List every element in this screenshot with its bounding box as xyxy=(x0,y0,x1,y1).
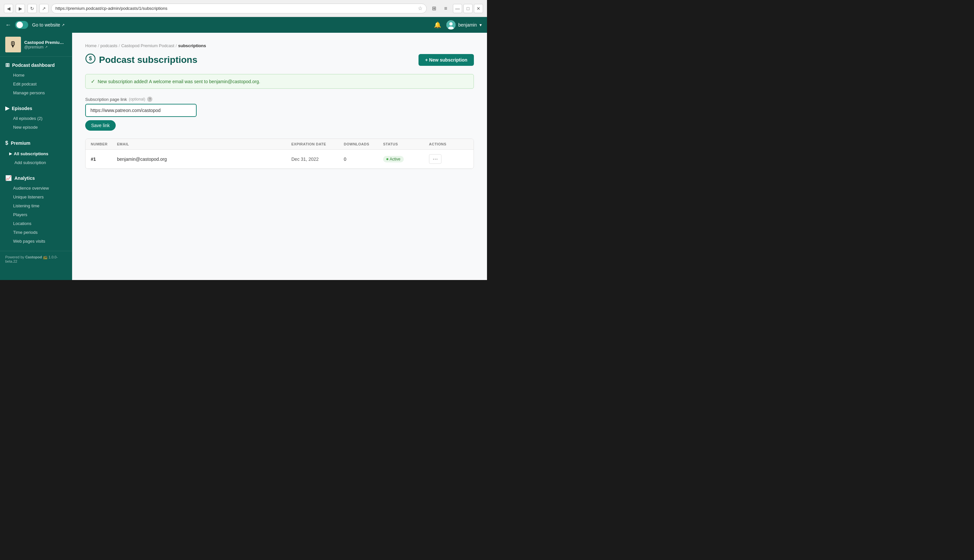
page-title-icon: $ xyxy=(85,53,96,66)
sidebar-item-all-episodes[interactable]: All episodes (2) xyxy=(0,114,72,123)
col-number: NUMBER xyxy=(91,142,117,146)
success-banner: ✓ New subscription added! A welcome emai… xyxy=(85,74,474,89)
help-icon[interactable]: ? xyxy=(147,97,152,102)
cell-expiration: Dec 31, 2022 xyxy=(291,157,344,162)
window-controls: — □ ✕ xyxy=(453,4,483,13)
sidebar-item-home[interactable]: Home xyxy=(0,71,72,80)
cell-actions[interactable]: ⋯ xyxy=(429,154,468,164)
episodes-icon: ▶ xyxy=(5,105,9,111)
library-icon[interactable]: ⊞ xyxy=(429,4,438,13)
page-header: $ Podcast subscriptions + New subscripti… xyxy=(85,53,474,66)
dashboard-icon: ⊞ xyxy=(5,62,10,68)
close-button[interactable]: ✕ xyxy=(474,4,483,13)
table-header: NUMBER EMAIL EXPIRATION DATE DOWNLOADS S… xyxy=(85,139,474,150)
breadcrumb-current: subscriptions xyxy=(178,43,206,48)
breadcrumb-home[interactable]: Home xyxy=(85,43,97,48)
subscription-link-input[interactable] xyxy=(85,104,197,117)
podcast-header[interactable]: 🎙 Castopod Premium Po... @premium ↗ xyxy=(0,33,72,57)
username-label: benjamin xyxy=(458,22,477,28)
podcast-external-icon: ↗ xyxy=(45,45,47,49)
maximize-button[interactable]: □ xyxy=(463,4,473,13)
content-area: Home / podcasts / Castopod Premium Podca… xyxy=(72,33,487,280)
podcast-info: Castopod Premium Po... @premium ↗ xyxy=(24,40,67,50)
breadcrumb-podcast-name[interactable]: Castopod Premium Podcast xyxy=(121,43,174,48)
app-container: ← Go to website ↗ 🔔 benjamin ▾ xyxy=(0,17,487,280)
page-title: $ Podcast subscriptions xyxy=(85,53,197,66)
sidebar-item-unique-listeners[interactable]: Unique listeners xyxy=(0,193,72,202)
user-menu[interactable]: benjamin ▾ xyxy=(446,20,482,30)
sidebar-section-analytics: 📈 Analytics Audience overview Unique lis… xyxy=(0,170,72,248)
sidebar-item-edit-podcast[interactable]: Edit podcast xyxy=(0,80,72,88)
sidebar-item-players[interactable]: Players xyxy=(0,210,72,219)
chevron-down-icon: ▾ xyxy=(479,22,482,28)
cell-downloads: 0 xyxy=(344,157,383,162)
browser-chrome: ◀ ▶ ↻ ↗ https://premium.podcast/cp-admin… xyxy=(0,0,487,17)
podcast-name: Castopod Premium Po... xyxy=(24,40,67,45)
subscription-link-section: Subscription page link (optional) ? Save… xyxy=(85,97,474,131)
forward-button[interactable]: ▶ xyxy=(16,4,25,13)
share-button[interactable]: ↗ xyxy=(39,4,48,13)
analytics-icon: 📈 xyxy=(5,175,12,181)
sidebar-item-listening-time[interactable]: Listening time xyxy=(0,202,72,210)
sidebar-item-new-episode[interactable]: New episode xyxy=(0,123,72,132)
sidebar-item-locations[interactable]: Locations xyxy=(0,219,72,228)
sidebar-section-header-premium[interactable]: $ Premium xyxy=(0,137,72,149)
notification-bell-icon[interactable]: 🔔 xyxy=(434,21,441,28)
top-bar: ← Go to website ↗ 🔔 benjamin ▾ xyxy=(0,17,487,33)
actions-dropdown-button[interactable]: ⋯ xyxy=(429,154,441,164)
col-expiration: EXPIRATION DATE xyxy=(291,142,344,146)
cell-number: #1 xyxy=(91,157,117,162)
sidebar-section-header-analytics[interactable]: 📈 Analytics xyxy=(0,172,72,184)
col-actions: ACTIONS xyxy=(429,142,468,146)
avatar xyxy=(446,20,456,30)
sidebar: 🎙 Castopod Premium Po... @premium ↗ ⊞ Po… xyxy=(0,33,72,280)
back-arrow-button[interactable]: ← xyxy=(5,22,11,28)
toggle-dot xyxy=(17,22,23,28)
go-to-website-link[interactable]: Go to website ↗ xyxy=(32,22,65,28)
sidebar-section-header-episodes[interactable]: ▶ Episodes xyxy=(0,103,72,114)
podcast-thumbnail: 🎙 xyxy=(5,37,21,52)
reload-button[interactable]: ↻ xyxy=(28,4,37,13)
subscriptions-table: NUMBER EMAIL EXPIRATION DATE DOWNLOADS S… xyxy=(85,138,474,169)
sidebar-footer: Powered by Castopod 📻 1.0.0-beta.22 xyxy=(0,251,72,267)
status-badge: Active xyxy=(383,156,404,162)
svg-point-1 xyxy=(449,22,453,25)
topbar-right: 🔔 benjamin ▾ xyxy=(434,20,482,30)
back-button[interactable]: ◀ xyxy=(4,4,13,13)
breadcrumb-podcasts[interactable]: podcasts xyxy=(100,43,117,48)
minimize-button[interactable]: — xyxy=(453,4,462,13)
sidebar-section-episodes: ▶ Episodes All episodes (2) New episode xyxy=(0,100,72,134)
toggle-switch[interactable] xyxy=(15,21,28,29)
cell-status: Active xyxy=(383,156,429,162)
sidebar-item-web-pages-visits[interactable]: Web pages visits xyxy=(0,237,72,246)
sidebar-section-podcast-dashboard: ⊞ Podcast dashboard Home Edit podcast Ma… xyxy=(0,57,72,100)
optional-tag: (optional) xyxy=(129,97,145,102)
premium-icon: $ xyxy=(5,140,8,146)
podcast-handle: @premium ↗ xyxy=(24,45,67,50)
external-link-icon: ↗ xyxy=(62,23,65,27)
col-email: EMAIL xyxy=(117,142,291,146)
new-subscription-button[interactable]: + New subscription xyxy=(419,54,474,66)
main-layout: 🎙 Castopod Premium Po... @premium ↗ ⊞ Po… xyxy=(0,33,487,280)
save-link-button[interactable]: Save link xyxy=(85,120,116,131)
col-status: STATUS xyxy=(383,142,429,146)
subscription-link-label: Subscription page link (optional) ? xyxy=(85,97,474,102)
table-row: #1 benjamin@castopod.org Dec 31, 2022 0 … xyxy=(85,150,474,169)
sidebar-item-time-periods[interactable]: Time periods xyxy=(0,228,72,237)
svg-text:🎙: 🎙 xyxy=(9,40,17,49)
menu-icon[interactable]: ≡ xyxy=(441,4,450,13)
sidebar-item-audience-overview[interactable]: Audience overview xyxy=(0,184,72,193)
status-dot-icon xyxy=(386,158,388,160)
sidebar-item-add-subscription[interactable]: Add subscription xyxy=(0,158,72,167)
star-icon[interactable]: ☆ xyxy=(418,5,423,12)
sidebar-item-manage-persons[interactable]: Manage persons xyxy=(0,88,72,97)
success-check-icon: ✓ xyxy=(91,78,95,85)
sidebar-item-all-subscriptions[interactable]: ▶ All subscriptions xyxy=(0,149,72,158)
col-downloads: DOWNLOADS xyxy=(344,142,383,146)
breadcrumb: Home / podcasts / Castopod Premium Podca… xyxy=(85,43,474,48)
sidebar-section-premium: $ Premium ▶ All subscriptions Add subscr… xyxy=(0,134,72,170)
svg-text:$: $ xyxy=(89,56,92,61)
address-bar[interactable]: https://premium.podcast/cp-admin/podcast… xyxy=(51,3,427,13)
sidebar-section-header-dashboard[interactable]: ⊞ Podcast dashboard xyxy=(0,59,72,71)
cell-email: benjamin@castopod.org xyxy=(117,157,291,162)
